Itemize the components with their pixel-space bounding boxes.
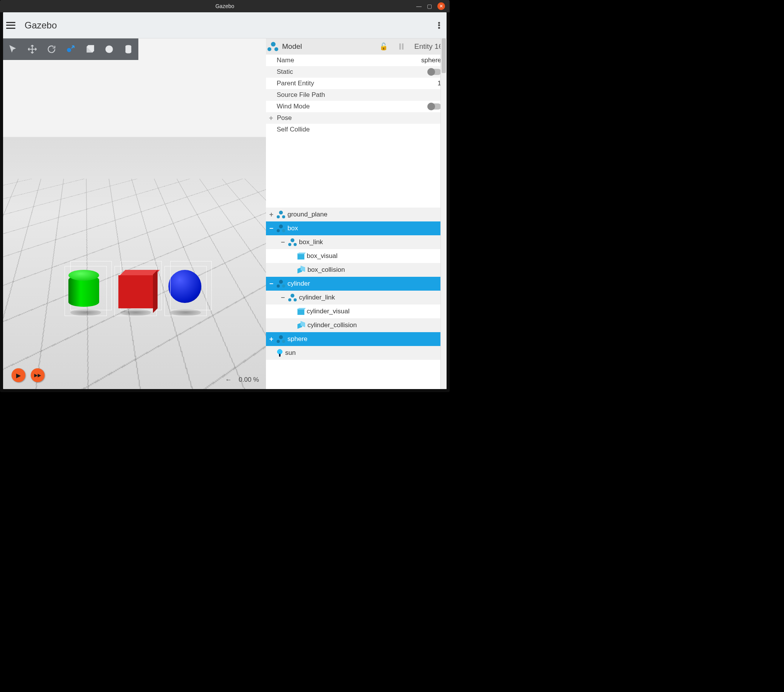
tree-row-box[interactable]: −box bbox=[266, 221, 446, 235]
properties: Namesphere Static Parent Entity1 Source … bbox=[266, 55, 447, 135]
expand-icon[interactable]: + bbox=[269, 114, 273, 122]
lock-icon[interactable]: 🔓 bbox=[379, 42, 388, 51]
prop-name-value: sphere bbox=[421, 57, 441, 64]
tree-row-box-visual[interactable]: box_visual bbox=[266, 249, 446, 263]
tree-row-box-link[interactable]: −box_link bbox=[266, 235, 446, 249]
box-model[interactable] bbox=[118, 270, 153, 312]
tree-label: cylinder_link bbox=[299, 294, 335, 301]
tree-row-cylinder-link[interactable]: −cylinder_link bbox=[266, 291, 446, 304]
window-title: Gazebo bbox=[215, 3, 234, 9]
visual-icon bbox=[297, 253, 304, 260]
tree-row-ground-plane[interactable]: +ground_plane bbox=[266, 208, 446, 221]
tree-label: sphere bbox=[287, 335, 307, 343]
tree-label: cylinder_visual bbox=[307, 308, 350, 315]
tree-row-cylinder[interactable]: −cylinder bbox=[266, 277, 446, 291]
tree-row-sun[interactable]: sun bbox=[266, 346, 446, 360]
toolbar bbox=[3, 38, 138, 60]
tree-label: box_link bbox=[299, 238, 323, 246]
model-icon bbox=[277, 335, 285, 343]
prop-wind-label: Wind Mode bbox=[277, 103, 427, 110]
menubar: Gazebo bbox=[3, 12, 447, 38]
tree-label: ground_plane bbox=[287, 211, 327, 218]
prop-parent-label: Parent Entity bbox=[277, 80, 438, 87]
tree-row-cylinder-collision[interactable]: cylinder_collision bbox=[266, 318, 446, 332]
svg-point-5 bbox=[125, 51, 131, 53]
minimize-icon[interactable]: — bbox=[416, 3, 422, 9]
link-icon bbox=[288, 294, 297, 301]
app-title: Gazebo bbox=[25, 20, 57, 31]
tree-row-cylinder-visual[interactable]: cylinder_visual bbox=[266, 304, 446, 318]
panel-title: Model bbox=[282, 42, 302, 51]
prop-static-label: Static bbox=[277, 68, 427, 76]
cylinder-model[interactable] bbox=[68, 270, 103, 312]
prop-name-label: Name bbox=[277, 57, 421, 64]
tree-label: sun bbox=[285, 349, 296, 357]
tree-label: box_collision bbox=[307, 266, 345, 274]
link-icon bbox=[288, 238, 297, 246]
prop-selfcollide-label: Self Collide bbox=[277, 126, 441, 133]
light-icon bbox=[277, 349, 283, 357]
wind-toggle[interactable] bbox=[427, 103, 441, 110]
svg-point-2 bbox=[105, 45, 113, 53]
hamburger-icon[interactable] bbox=[6, 21, 15, 30]
insert-sphere-icon[interactable] bbox=[103, 43, 115, 55]
rotate-tool-icon[interactable] bbox=[45, 43, 58, 55]
close-icon[interactable]: ✕ bbox=[437, 2, 445, 10]
tree-label: cylinder bbox=[287, 280, 310, 288]
scrollbar[interactable] bbox=[440, 38, 447, 389]
collision-icon bbox=[297, 322, 305, 329]
model-icon bbox=[277, 280, 285, 288]
static-toggle[interactable] bbox=[427, 69, 441, 75]
collision-icon bbox=[297, 266, 305, 273]
tree-label: box bbox=[287, 225, 298, 232]
status-bar: ← 0.00 % bbox=[225, 376, 259, 384]
insert-box-icon[interactable] bbox=[84, 43, 96, 55]
scene-shapes bbox=[68, 270, 203, 312]
select-tool-icon[interactable] bbox=[7, 43, 19, 55]
viewport[interactable]: ▶ ▶▶ ← 0.00 % bbox=[3, 38, 266, 389]
pause-icon[interactable] bbox=[399, 43, 404, 50]
scale-tool-icon[interactable] bbox=[65, 43, 77, 55]
entity-id: Entity 16 bbox=[414, 42, 443, 51]
arrow-left-icon[interactable]: ← bbox=[225, 376, 232, 384]
tree-row-box-collision[interactable]: box_collision bbox=[266, 263, 446, 277]
panel-header: Model 🔓 Entity 16 bbox=[266, 38, 447, 55]
tree-label: box_visual bbox=[307, 252, 337, 260]
tree-row-sphere[interactable]: +sphere bbox=[266, 332, 446, 346]
titlebar: Gazebo — ▢ ✕ bbox=[0, 0, 450, 12]
model-icon bbox=[277, 225, 285, 232]
play-button[interactable]: ▶ bbox=[12, 368, 25, 382]
maximize-icon[interactable]: ▢ bbox=[427, 3, 432, 9]
model-icon bbox=[277, 211, 285, 218]
rtf-percent: 0.00 % bbox=[239, 376, 259, 384]
insert-cylinder-icon[interactable] bbox=[122, 43, 135, 55]
move-tool-icon[interactable] bbox=[26, 43, 38, 55]
kebab-icon[interactable] bbox=[434, 21, 443, 30]
step-button[interactable]: ▶▶ bbox=[31, 368, 45, 382]
prop-source-label: Source File Path bbox=[277, 91, 441, 99]
svg-point-0 bbox=[67, 48, 71, 52]
tree-label: cylinder_collision bbox=[307, 321, 357, 329]
scrollbar-thumb[interactable] bbox=[442, 38, 446, 73]
model-icon bbox=[267, 42, 278, 51]
visual-icon bbox=[297, 308, 304, 315]
inspector-panel: Model 🔓 Entity 16 Namesphere Static Pare… bbox=[266, 38, 447, 389]
sphere-model[interactable] bbox=[168, 270, 203, 312]
prop-pose-label[interactable]: Pose bbox=[277, 114, 441, 122]
entity-tree[interactable]: +ground_plane −box −box_link box_visual … bbox=[266, 208, 447, 389]
